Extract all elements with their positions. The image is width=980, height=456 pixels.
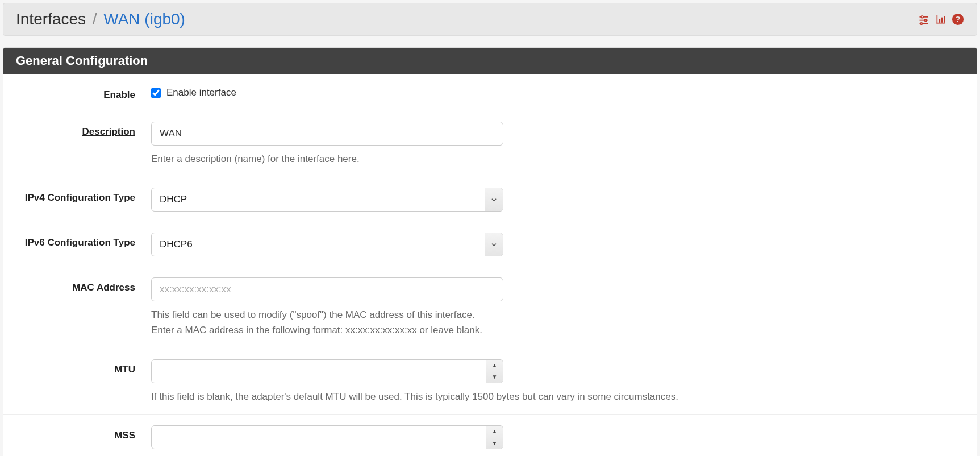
chevron-down-icon[interactable] (485, 188, 503, 211)
label-mss: MSS (3, 425, 151, 441)
spinner-down-icon[interactable]: ▼ (486, 437, 503, 449)
row-ipv6-type: IPv6 Configuration Type DHCP6 (3, 222, 977, 267)
enable-checkbox-wrap[interactable]: Enable interface (151, 85, 964, 98)
bar-chart-icon[interactable] (935, 13, 947, 26)
svg-rect-9 (941, 18, 943, 23)
enable-checkbox[interactable] (151, 88, 161, 98)
description-help: Enter a description (name) for the inter… (151, 151, 946, 167)
mtu-help: If this field is blank, the adapter's de… (151, 389, 946, 404)
svg-rect-7 (937, 23, 945, 24)
mac-input[interactable] (151, 277, 503, 301)
svg-point-3 (925, 19, 927, 21)
mtu-value[interactable] (152, 360, 486, 383)
help-icon[interactable]: ? (952, 13, 964, 26)
label-ipv4-type: IPv4 Configuration Type (3, 188, 151, 204)
mtu-input[interactable]: ▲ ▼ (151, 359, 503, 383)
ipv4-select-value: DHCP (152, 188, 485, 211)
row-ipv4-type: IPv4 Configuration Type DHCP (3, 177, 977, 222)
breadcrumb-root[interactable]: Interfaces (16, 10, 86, 28)
header-actions: ? (918, 13, 964, 26)
mac-help: This field can be used to modify ("spoof… (151, 307, 946, 338)
label-ipv6-type: IPv6 Configuration Type (3, 233, 151, 248)
svg-rect-6 (937, 15, 938, 24)
chevron-down-icon[interactable] (485, 233, 503, 256)
svg-point-1 (921, 16, 923, 18)
svg-text:?: ? (956, 15, 961, 24)
row-enable: Enable Enable interface (3, 74, 977, 111)
svg-point-5 (920, 23, 922, 24)
mtu-spinner[interactable]: ▲ ▼ (486, 360, 503, 383)
row-description: Description Enter a description (name) f… (3, 111, 977, 177)
label-mtu: MTU (3, 359, 151, 375)
general-configuration-panel: General Configuration Enable Enable inte… (3, 47, 977, 456)
spinner-up-icon[interactable]: ▲ (486, 426, 503, 438)
row-mac: MAC Address This field can be used to mo… (3, 267, 977, 348)
row-mtu: MTU ▲ ▼ If this field is blank, the adap… (3, 349, 977, 414)
mss-value[interactable] (152, 426, 486, 449)
mss-spinner[interactable]: ▲ ▼ (486, 426, 503, 449)
label-mac: MAC Address (3, 277, 151, 293)
ipv4-select[interactable]: DHCP (151, 188, 503, 212)
row-mss: MSS ▲ ▼ If a value is entered in this fi… (3, 414, 977, 456)
breadcrumb-separator: / (93, 10, 97, 28)
label-description: Description (3, 122, 151, 138)
spinner-down-icon[interactable]: ▼ (486, 371, 503, 383)
spinner-up-icon[interactable]: ▲ (486, 360, 503, 372)
label-enable: Enable (3, 85, 151, 101)
sliders-icon[interactable] (918, 13, 930, 26)
breadcrumb-bar: Interfaces / WAN (igb0) ? (3, 3, 977, 36)
mss-input[interactable]: ▲ ▼ (151, 425, 503, 449)
breadcrumb-current[interactable]: WAN (igb0) (103, 10, 185, 28)
enable-checkbox-label: Enable interface (166, 87, 236, 98)
svg-rect-8 (939, 19, 941, 23)
description-input[interactable] (151, 122, 503, 146)
ipv6-select[interactable]: DHCP6 (151, 233, 503, 256)
panel-title: General Configuration (3, 48, 977, 74)
ipv6-select-value: DHCP6 (152, 233, 485, 256)
breadcrumb: Interfaces / WAN (igb0) (16, 10, 185, 28)
svg-rect-10 (944, 16, 945, 23)
